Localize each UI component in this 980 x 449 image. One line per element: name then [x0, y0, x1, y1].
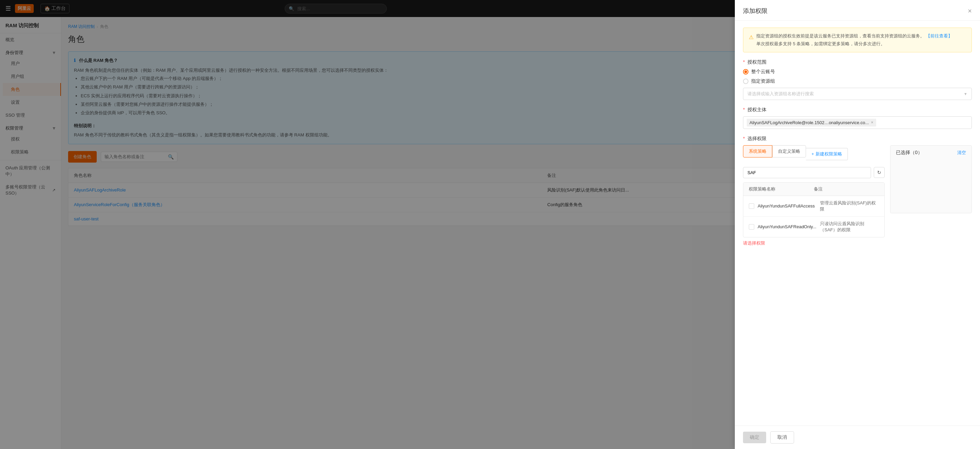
drawer-body: ⚠ 指定资源组的授权生效前提是该云服务已支持资源组，查看当前支持资源组的云服务。… — [735, 21, 980, 425]
scope-label: * 授权范围 — [743, 59, 972, 65]
scope-whole-account-radio — [743, 69, 748, 75]
resource-group-placeholder: 请选择或输入资源组名称进行搜索 — [748, 91, 814, 97]
drawer-title: 添加权限 — [743, 7, 767, 15]
policy-checkbox-1[interactable] — [749, 203, 754, 209]
resource-group-select[interactable]: 请选择或输入资源组名称进行搜索 ▼ — [743, 88, 972, 100]
scope-resource-group-radio — [743, 79, 748, 84]
principal-field: AliyunSAFLogArchiveRole@role.1502…onaliy… — [743, 116, 972, 129]
drawer-close-button[interactable]: × — [968, 8, 972, 14]
perm-tabs-row: 系统策略 自定义策略 + 新建权限策略 — [743, 145, 885, 163]
tab-custom-policy[interactable]: 自定义策略 — [772, 145, 806, 157]
policy-refresh-button[interactable]: ↻ — [874, 167, 885, 178]
permission-columns: 系统策略 自定义策略 + 新建权限策略 ↻ — [743, 145, 972, 246]
policy-row-1[interactable]: AliyunYundunSAFFullAccess 管理云盾风险识别(SAF)的… — [743, 196, 884, 217]
principal-tag-close[interactable]: × — [871, 120, 873, 125]
selected-clear-button[interactable]: 清空 — [957, 150, 966, 156]
scope-resource-group[interactable]: 指定资源组 — [743, 78, 972, 84]
select-arrow-icon: ▼ — [964, 92, 967, 96]
scope-resource-group-label: 指定资源组 — [751, 78, 775, 84]
drawer-footer: 确定 取消 — [735, 425, 980, 449]
perm-left-panel: 系统策略 自定义策略 + 新建权限策略 ↻ — [743, 145, 885, 246]
drawer-alert-text2: 单次授权最多支持 5 条策略，如需绑定更多策略，请分多次进行。 — [756, 41, 885, 46]
policy-name-1: AliyunYundunSAFFullAccess — [758, 203, 816, 208]
confirm-button[interactable]: 确定 — [743, 432, 766, 443]
alert-warning-icon: ⚠ — [749, 33, 754, 48]
add-permission-drawer: 添加权限 × ⚠ 指定资源组的授权生效前提是该云服务已支持资源组，查看当前支持资… — [735, 0, 980, 449]
policy-col-note-header: 备注 — [814, 186, 879, 192]
perm-right-panel: 已选择（0） 清空 — [890, 145, 972, 246]
new-policy-button[interactable]: + 新建权限策略 — [806, 148, 848, 160]
principal-tag: AliyunSAFLogArchiveRole@role.1502…onaliy… — [747, 119, 876, 127]
principal-label: * 授权主体 — [743, 107, 972, 113]
permission-form-group: * 选择权限 系统策略 自定义策略 + 新建权限策略 — [743, 136, 972, 246]
policy-note-1: 管理云盾风险识别(SAF)的权限 — [820, 200, 879, 212]
policy-name-2: AliyunYundunSAFReadOnly... — [758, 224, 816, 229]
refresh-icon: ↻ — [877, 170, 881, 175]
policy-row-2[interactable]: AliyunYundunSAFReadOnly... 只读访问云盾风险识别（SA… — [743, 217, 884, 237]
drawer-alert: ⚠ 指定资源组的授权生效前提是该云服务已支持资源组，查看当前支持资源组的云服务。… — [743, 27, 972, 52]
new-policy-label: 新建权限策略 — [816, 151, 842, 157]
policy-note-2: 只读访问云盾风险识别（SAF）的权限 — [820, 221, 879, 233]
permission-required: * — [743, 136, 745, 141]
selected-count-label: 已选择（0） — [896, 150, 923, 156]
scope-required: * — [743, 59, 745, 65]
scope-radio-group: 整个云账号 指定资源组 — [743, 69, 972, 84]
selected-panel-header: 已选择（0） 清空 — [896, 150, 966, 156]
drawer-header: 添加权限 × — [735, 0, 980, 21]
policy-search-input[interactable] — [743, 167, 871, 178]
tab-system-policy[interactable]: 系统策略 — [743, 145, 772, 157]
drawer-alert-link[interactable]: 【前往查看】 — [926, 33, 952, 38]
drawer-alert-text: 指定资源组的授权生效前提是该云服务已支持资源组，查看当前支持资源组的云服务。 【… — [756, 32, 952, 48]
scope-whole-account-label: 整个云账号 — [751, 69, 775, 75]
policy-checkbox-2[interactable] — [749, 224, 754, 230]
policy-table-header: 权限策略名称 备注 — [743, 182, 884, 196]
principal-required: * — [743, 107, 745, 112]
plus-icon: + — [811, 151, 814, 157]
policy-search-area: ↻ — [743, 167, 885, 178]
selected-panel: 已选择（0） 清空 — [890, 145, 972, 213]
permission-label: * 选择权限 — [743, 136, 972, 142]
policy-col-name-header: 权限策略名称 — [749, 186, 814, 192]
policy-table: 权限策略名称 备注 AliyunYundunSAFFullAccess 管理云盾… — [743, 182, 885, 237]
please-select-hint: 请选择权限 — [743, 240, 885, 246]
cancel-button[interactable]: 取消 — [770, 431, 794, 444]
scope-whole-account[interactable]: 整个云账号 — [743, 69, 972, 75]
principal-tag-value: AliyunSAFLogArchiveRole@role.1502…onaliy… — [749, 120, 869, 125]
scope-form-group: * 授权范围 整个云账号 指定资源组 请选择或输入资源组名称进行搜索 ▼ — [743, 59, 972, 100]
principal-form-group: * 授权主体 AliyunSAFLogArchiveRole@role.1502… — [743, 107, 972, 129]
perm-tabs: 系统策略 自定义策略 — [743, 145, 806, 157]
